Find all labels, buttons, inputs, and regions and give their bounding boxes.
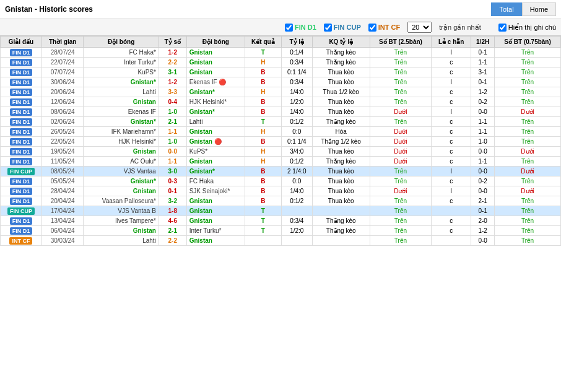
tab-total[interactable]: Total [491, 2, 521, 16]
cell-team2: Gnistan [186, 206, 245, 216]
cell-so-bt-25: Trên [370, 77, 432, 87]
cell-half: 0-2 [471, 97, 495, 107]
cell-result: T [245, 216, 281, 226]
cell-score: 2-2 [159, 58, 186, 68]
cell-result: T [245, 206, 281, 216]
cell-so-bt-25: Trên [370, 68, 432, 77]
cell-comp: FIN D1 [1, 216, 42, 226]
header-bar: Gnistan - Historic scores Total Home [0, 0, 561, 19]
cell-le-c-han: I [432, 77, 471, 87]
cell-odds [281, 206, 312, 216]
fin-d1-filter[interactable]: FIN D1 [285, 24, 316, 32]
cell-so-bt-075: Trên [495, 196, 561, 206]
cell-le-c-han: c [432, 97, 471, 107]
cell-half: 1-1 [471, 117, 495, 127]
comp-tag: FIN D1 [10, 89, 33, 96]
cell-result: B [245, 68, 281, 77]
cell-so-bt-075: Trên [495, 236, 561, 246]
scores-table: Giải đấu Thời gian Đội bóng Tỷ số Đội bó… [0, 36, 561, 246]
cell-time: 17/04/24 [41, 206, 83, 216]
comp-tag: FIN CUP [7, 168, 35, 175]
cell-so-bt-25: Dưới [370, 157, 432, 167]
cell-score: 0-0 [159, 147, 186, 157]
col-header-team2: Đội bóng [186, 37, 245, 48]
col-header-time: Thời gian [41, 37, 83, 48]
table-row: FIN D1 06/04/24 Gnistan 2-1 Inter Turku*… [1, 226, 561, 236]
cell-team2: KuPS* [186, 147, 245, 157]
cell-so-bt-25: Dưới [370, 186, 432, 196]
cell-le-c-han: c [432, 117, 471, 127]
table-row: FIN D1 05/05/24 Gnistan* 0-3 FC Haka B 0… [1, 176, 561, 186]
cell-kq-ty-le: Thua kèo [312, 68, 370, 77]
cell-odds: 1/2:0 [281, 226, 312, 236]
cell-team2: Gnistan [186, 58, 245, 68]
cell-so-bt-075: Trên [495, 68, 561, 77]
fin-cup-filter[interactable]: FIN CUP [324, 24, 361, 32]
cell-so-bt-25: Trên [370, 48, 432, 58]
table-row: FIN D1 20/04/24 Vaasan Palloseura* 3-2 G… [1, 196, 561, 206]
comp-tag: FIN D1 [10, 227, 33, 235]
cell-kq-ty-le: Thua kèo [312, 186, 370, 196]
cell-team1: Gnistan* [84, 77, 159, 87]
cell-kq-ty-le: Thắng kèo [312, 48, 370, 58]
cell-so-bt-25: Trên [370, 196, 432, 206]
cell-team1: Lahti [84, 236, 159, 246]
cell-kq-ty-le: Thắng kèo [312, 216, 370, 226]
comp-tag: FIN D1 [10, 69, 33, 76]
cell-le-c-han: c [432, 137, 471, 147]
cell-team1: VJS Vantaa B [84, 206, 159, 216]
tab-home[interactable]: Home [522, 2, 556, 16]
cell-team2: Gnistan* [186, 107, 245, 117]
cell-so-bt-25: Trên [370, 58, 432, 68]
display-note-filter[interactable]: Hiển thị ghi chú [498, 24, 556, 32]
cell-odds: 1/4:0 [281, 186, 312, 196]
cell-score: 2-1 [159, 226, 186, 236]
comp-tag: FIN D1 [10, 108, 33, 116]
cell-result: B [245, 97, 281, 107]
cell-le-c-han: c [432, 157, 471, 167]
cell-half: 1-0 [471, 137, 495, 147]
cell-so-bt-25: Trên [370, 167, 432, 176]
cell-comp: FIN D1 [1, 87, 42, 97]
table-row: FIN D1 07/07/24 KuPS* 3-1 Gnistan B 0:1 … [1, 68, 561, 77]
display-note-label: Hiển thị ghi chú [508, 24, 556, 32]
comp-tag: FIN D1 [10, 128, 33, 136]
count-select[interactable]: 10 15 20 25 30 [407, 22, 432, 33]
cell-team2: Gnistan [186, 216, 245, 226]
cell-result: B [245, 167, 281, 176]
cell-so-bt-25: Dưới [370, 137, 432, 147]
cell-so-bt-075: Dưới [495, 167, 561, 176]
cell-time: 22/05/24 [41, 137, 83, 147]
cell-team2: Gnistan [186, 68, 245, 77]
table-row: FIN D1 19/05/24 Gnistan 0-0 KuPS* H 3/4:… [1, 147, 561, 157]
cell-score: 4-6 [159, 216, 186, 226]
cell-kq-ty-le: Thắng kèo [312, 58, 370, 68]
cell-odds [281, 236, 312, 246]
cell-so-bt-075: Trên [495, 117, 561, 127]
cell-le-c-han: I [432, 167, 471, 176]
cell-score: 1-1 [159, 127, 186, 137]
cell-odds: 2 1/4:0 [281, 167, 312, 176]
cell-team2: Inter Turku* [186, 226, 245, 236]
cell-comp: FIN D1 [1, 48, 42, 58]
table-row: FIN D1 12/06/24 Gnistan 0-4 HJK Helsinki… [1, 97, 561, 107]
cell-time: 13/04/24 [41, 216, 83, 226]
cell-le-c-han: I [432, 48, 471, 58]
cell-kq-ty-le: Thua kèo [312, 107, 370, 117]
cell-half: 0-0 [471, 186, 495, 196]
table-row: FIN D1 28/07/24 FC Haka* 1-2 Gnistan T 0… [1, 48, 561, 58]
cell-team1: KuPS* [84, 68, 159, 77]
cell-le-c-han: c [432, 127, 471, 137]
page-title: Gnistan - Historic scores [5, 5, 486, 14]
col-header-kq-ty-le: KQ tỷ lệ [312, 37, 370, 48]
filter-bar: FIN D1 FIN CUP INT CF 10 15 20 25 30 trậ… [0, 19, 561, 36]
cell-score: 2-2 [159, 236, 186, 246]
cell-half: 1-2 [471, 87, 495, 97]
int-cf-filter[interactable]: INT CF [368, 24, 400, 32]
cell-kq-ty-le: Thua kèo [312, 196, 370, 206]
cell-team1: Gnistan* [84, 176, 159, 186]
cell-le-c-han: c [432, 216, 471, 226]
cell-score: 3-0 [159, 167, 186, 176]
cell-score: 0-4 [159, 97, 186, 107]
cell-time: 12/06/24 [41, 97, 83, 107]
